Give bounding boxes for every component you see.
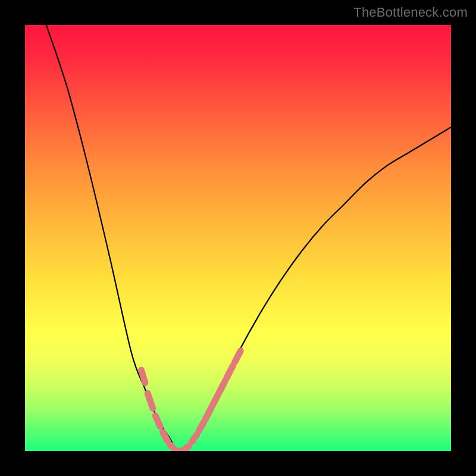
marker-segment [142, 370, 145, 383]
marker-segment [148, 393, 153, 408]
chart-svg [25, 25, 451, 451]
marker-segment [185, 446, 189, 449]
marker-segment [227, 366, 233, 378]
marker-segment [219, 381, 226, 393]
marker-segment [205, 409, 211, 419]
marker-segment [212, 396, 218, 407]
bottleneck-curve [46, 25, 451, 451]
curve-group [46, 25, 451, 451]
plot-area [25, 25, 451, 451]
marker-segment [170, 444, 174, 449]
chart-frame: TheBottleneck.com [0, 0, 476, 476]
marker-segment [192, 435, 197, 441]
marker-segment [199, 422, 204, 431]
marker-segment [162, 432, 168, 441]
marker-segment [234, 351, 240, 362]
marker-segment [155, 416, 160, 427]
watermark-text: TheBottleneck.com [353, 5, 468, 20]
marker-group [142, 351, 241, 451]
